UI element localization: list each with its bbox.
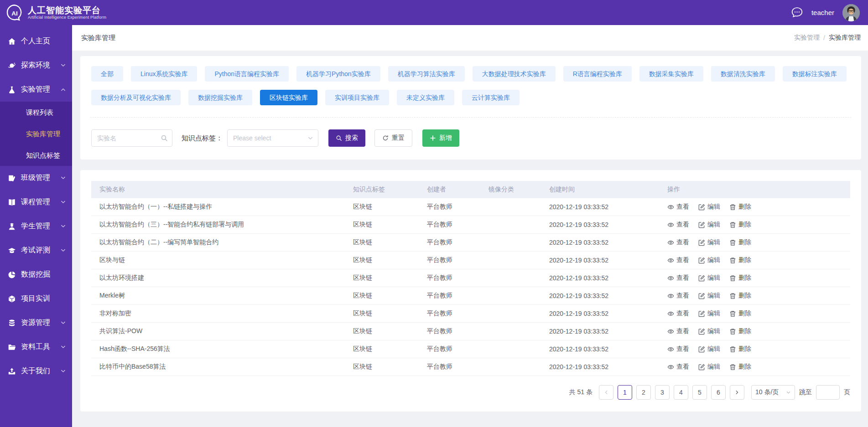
filter-tag[interactable]: 未定义实验库 — [397, 90, 454, 105]
experiment-name-cell: Merkle树 — [91, 292, 353, 300]
edit-button[interactable]: 编辑 — [698, 203, 720, 211]
page-number-button[interactable]: 3 — [655, 385, 670, 400]
sidebar-item[interactable]: 关于我们 — [0, 359, 72, 383]
add-button[interactable]: 新增 — [422, 129, 459, 147]
delete-button[interactable]: 删除 — [729, 274, 751, 282]
filter-tag[interactable]: 区块链实验库 — [260, 90, 317, 105]
row-actions: 查看 编辑 删除 — [667, 256, 850, 264]
dashed-divider — [90, 117, 851, 118]
sidebar-item[interactable]: 考试评测 — [0, 238, 72, 262]
search-icon — [336, 135, 342, 141]
page-number-button[interactable]: 4 — [674, 385, 688, 400]
breadcrumb-parent[interactable]: 实验管理 — [794, 34, 820, 42]
filter-tag[interactable]: 云计算实验库 — [462, 90, 520, 105]
sidebar-item[interactable]: 探索环境 — [0, 53, 72, 77]
edit-button[interactable]: 编辑 — [698, 221, 720, 229]
sidebar-item-label: 探索环境 — [21, 61, 50, 70]
delete-button[interactable]: 删除 — [729, 292, 751, 300]
sidebar-item-label: 资料工具 — [21, 342, 50, 352]
view-button[interactable]: 查看 — [667, 309, 689, 318]
delete-button[interactable]: 删除 — [729, 221, 751, 229]
delete-button[interactable]: 删除 — [729, 363, 751, 371]
edit-button[interactable]: 编辑 — [698, 274, 720, 282]
sidebar-item[interactable]: 资源管理 — [0, 311, 72, 335]
page-number-button[interactable]: 6 — [711, 385, 726, 400]
sidebar-subitem[interactable]: 课程列表 — [0, 102, 72, 123]
delete-button[interactable]: 删除 — [729, 309, 751, 318]
page-number-button[interactable]: 1 — [618, 385, 632, 400]
filter-tag[interactable]: 机器学习算法实验库 — [388, 66, 465, 82]
filter-tag[interactable]: 全部 — [91, 66, 123, 82]
reset-button[interactable]: 重置 — [374, 129, 412, 147]
delete-button[interactable]: 删除 — [729, 345, 751, 353]
filter-tag[interactable]: 数据采集实验库 — [639, 66, 703, 82]
column-header: 创建时间 — [549, 185, 667, 194]
ai-logo-icon: AI — [5, 4, 24, 22]
jump-to-page-input[interactable] — [816, 385, 840, 400]
delete-button[interactable]: 删除 — [729, 203, 751, 211]
edit-button[interactable]: 编辑 — [698, 363, 720, 371]
app-logo: AI 人工智能实验平台 Artificial Intelligence Expe… — [0, 4, 106, 22]
filter-tag[interactable]: 数据清洗实验库 — [711, 66, 775, 82]
filter-tag[interactable]: R语言编程实验库 — [563, 66, 632, 82]
filter-tag[interactable]: 数据标注实验库 — [783, 66, 847, 82]
view-button[interactable]: 查看 — [667, 238, 689, 247]
table-row: Merkle树 区块链 平台教师 2020-12-19 03:33:52 查看 — [91, 287, 850, 305]
breadcrumb-current: 实验库管理 — [829, 34, 861, 42]
sidebar-item[interactable]: 个人主页 — [0, 29, 72, 53]
edit-button[interactable]: 编辑 — [698, 256, 720, 264]
page-number-button[interactable]: 2 — [636, 385, 651, 400]
filter-tag[interactable]: 大数据处理技术实验库 — [473, 66, 556, 82]
filter-tag[interactable]: 数据挖掘实验库 — [188, 90, 252, 105]
view-button[interactable]: 查看 — [667, 256, 689, 264]
view-button[interactable]: 查看 — [667, 292, 689, 300]
edit-button[interactable]: 编辑 — [698, 345, 720, 353]
delete-button[interactable]: 删除 — [729, 256, 751, 264]
view-button[interactable]: 查看 — [667, 221, 689, 229]
filter-tag[interactable]: 机器学习Python实验库 — [296, 66, 380, 82]
chevron-down-icon — [60, 344, 66, 350]
search-button[interactable]: 搜索 — [328, 129, 365, 147]
knowledge-tag-cell: 区块链 — [353, 203, 427, 211]
trash-icon — [729, 364, 736, 370]
created-time-cell: 2020-12-19 03:33:52 — [549, 310, 667, 317]
prev-page-button[interactable] — [599, 385, 613, 400]
sidebar-item-label: 实验管理 — [21, 85, 50, 94]
edit-icon — [698, 328, 705, 335]
sidebar-item[interactable]: 班级管理 — [0, 166, 72, 190]
edit-button[interactable]: 编辑 — [698, 309, 720, 318]
sidebar-item[interactable]: 数据挖掘 — [0, 262, 72, 287]
edit-button[interactable]: 编辑 — [698, 292, 720, 300]
column-header: 镜像分类 — [489, 185, 549, 194]
knowledge-tag-select[interactable]: Please select — [227, 129, 318, 147]
sidebar-item[interactable]: 实验管理 — [0, 77, 72, 102]
edit-button[interactable]: 编辑 — [698, 327, 720, 335]
delete-button[interactable]: 删除 — [729, 327, 751, 335]
sidebar-item[interactable]: 资料工具 — [0, 335, 72, 359]
sidebar-subitem[interactable]: 实验库管理 — [0, 123, 72, 144]
view-button[interactable]: 查看 — [667, 345, 689, 353]
breadcrumb-bar: 实验库管理 实验管理 / 实验库管理 — [72, 25, 868, 51]
page-number-button[interactable]: 5 — [692, 385, 707, 400]
page-size-select[interactable]: 10 条/页 — [751, 385, 795, 400]
next-page-button[interactable] — [730, 385, 744, 400]
view-button[interactable]: 查看 — [667, 274, 689, 282]
sidebar-item[interactable]: 课程管理 — [0, 190, 72, 214]
avatar[interactable] — [842, 4, 860, 21]
delete-button[interactable]: 删除 — [729, 238, 751, 247]
edit-button[interactable]: 编辑 — [698, 238, 720, 247]
edit-icon — [698, 364, 705, 370]
filter-tag[interactable]: 数据分析及可视化实验库 — [91, 90, 181, 105]
sidebar-item[interactable]: 学生管理 — [0, 214, 72, 238]
filter-tag[interactable]: 实训项目实验库 — [325, 90, 389, 105]
sidebar-item[interactable]: 项目实训 — [0, 287, 72, 311]
view-button[interactable]: 查看 — [667, 363, 689, 371]
view-button[interactable]: 查看 — [667, 327, 689, 335]
created-time-cell: 2020-12-19 03:33:52 — [549, 274, 667, 282]
sidebar-subitem[interactable]: 知识点标签 — [0, 144, 72, 166]
message-bubble-icon[interactable] — [791, 6, 803, 19]
view-button[interactable]: 查看 — [667, 203, 689, 211]
filter-card: 全部Linux系统实验库Python语言编程实验库机器学习Python实验库机器… — [80, 56, 861, 159]
filter-tag[interactable]: Python语言编程实验库 — [205, 66, 289, 82]
filter-tag[interactable]: Linux系统实验库 — [131, 66, 197, 82]
